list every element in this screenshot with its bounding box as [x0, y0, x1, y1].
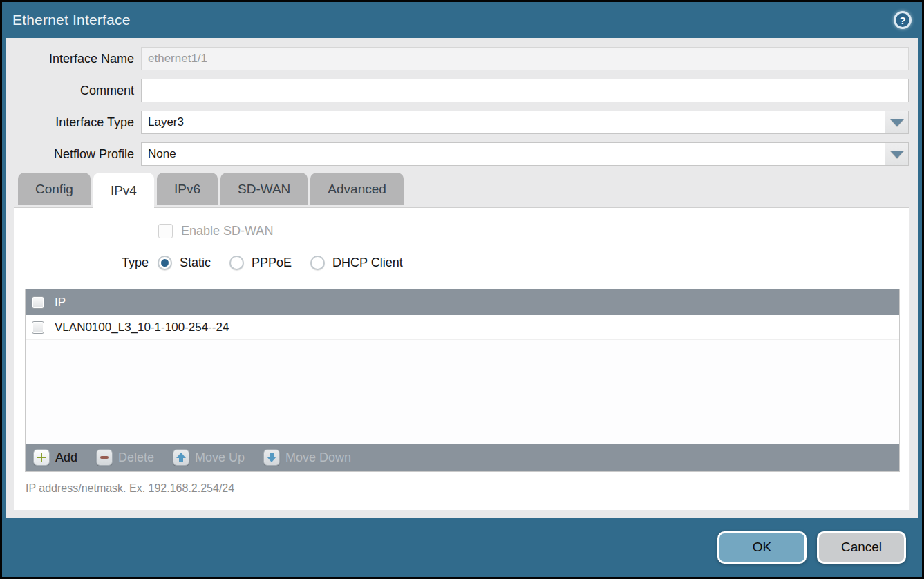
enable-sdwan-label: Enable SD-WAN [181, 224, 273, 238]
type-radio-group: Type Static PPPoE DHCP Client [122, 256, 909, 270]
radio-unselected-icon [310, 256, 325, 270]
radio-label: PPPoE [252, 256, 292, 270]
dialog-footer: OK Cancel [2, 518, 922, 577]
interface-type-value: Layer3 [142, 111, 885, 133]
form-row-netflow-profile: Netflow Profile None [6, 142, 918, 166]
chevron-down-icon [890, 151, 904, 158]
enable-sdwan-row: Enable SD-WAN [158, 208, 909, 238]
ip-table: IP VLAN0100_L3_10-1-100-254--24 Add [25, 289, 900, 472]
radio-label: DHCP Client [332, 256, 403, 270]
move-up-button-label: Move Up [195, 450, 245, 465]
table-row[interactable]: VLAN0100_L3_10-1-100-254--24 [26, 315, 899, 340]
ip-format-hint: IP address/netmask. Ex. 192.168.2.254/24 [26, 482, 909, 495]
ethernet-interface-dialog: Ethernet Interface ? Interface Name Comm… [0, 0, 924, 579]
radio-option-static[interactable]: Static [158, 256, 211, 270]
cancel-button[interactable]: Cancel [817, 531, 906, 564]
tab-sdwan[interactable]: SD-WAN [220, 173, 308, 205]
tab-ipv6[interactable]: IPv6 [157, 173, 218, 205]
netflow-profile-select[interactable]: None [141, 142, 909, 166]
radio-option-pppoe[interactable]: PPPoE [229, 256, 292, 270]
interface-type-dropdown-button[interactable] [885, 111, 908, 133]
netflow-profile-dropdown-button[interactable] [885, 143, 908, 165]
radio-selected-icon [158, 256, 172, 270]
move-down-button[interactable]: Move Down [263, 449, 351, 466]
netflow-profile-value: None [142, 143, 885, 165]
add-button-label: Add [55, 450, 77, 465]
comment-field[interactable] [141, 79, 909, 102]
table-toolbar: Add Delete Move Up Move Down [26, 444, 899, 471]
select-all-checkbox[interactable] [32, 296, 44, 309]
tab-config[interactable]: Config [18, 173, 91, 205]
arrow-up-icon [173, 449, 189, 466]
header-checkbox-cell [26, 290, 50, 315]
arrow-down-icon [263, 449, 280, 466]
delete-button-label: Delete [118, 450, 154, 465]
ip-table-header: IP [26, 290, 899, 315]
radio-option-dhcp-client[interactable]: DHCP Client [310, 256, 403, 270]
form-row-interface-name: Interface Name [6, 47, 918, 70]
dialog-titlebar: Ethernet Interface ? [2, 2, 922, 38]
ip-column-header[interactable]: IP [50, 296, 66, 310]
type-label: Type [122, 256, 149, 270]
comment-label: Comment [6, 84, 141, 98]
dialog-body: Interface Name Comment Interface Type [6, 38, 918, 518]
form-row-interface-type: Interface Type Layer3 [6, 111, 918, 134]
move-down-button-label: Move Down [285, 450, 351, 465]
chevron-down-icon [890, 119, 904, 126]
tab-ipv4[interactable]: IPv4 [93, 173, 154, 208]
ok-button[interactable]: OK [717, 531, 807, 564]
help-icon[interactable]: ? [894, 11, 912, 29]
row-checkbox[interactable] [32, 321, 44, 334]
enable-sdwan-checkbox[interactable] [158, 224, 173, 238]
interface-type-label: Interface Type [6, 115, 141, 130]
form-row-comment: Comment [6, 79, 918, 102]
add-button[interactable]: Add [33, 449, 77, 466]
plus-icon [33, 449, 50, 466]
screen: Ethernet Interface ? Interface Name Comm… [0, 0, 924, 579]
ipv4-panel: Enable SD-WAN Type Static PPPoE DHCP Cli… [14, 207, 909, 510]
table-empty-area [26, 340, 899, 444]
dialog-title: Ethernet Interface [12, 12, 131, 28]
radio-unselected-icon [229, 256, 244, 270]
tab-bar: Config IPv4 IPv6 SD-WAN Advanced [6, 173, 918, 207]
interface-type-select[interactable]: Layer3 [141, 111, 909, 134]
delete-button[interactable]: Delete [96, 449, 154, 466]
ip-cell: VLAN0100_L3_10-1-100-254--24 [50, 321, 229, 334]
interface-name-field [141, 47, 909, 70]
move-up-button[interactable]: Move Up [173, 449, 245, 466]
minus-icon [96, 449, 113, 466]
tab-advanced[interactable]: Advanced [310, 173, 404, 205]
interface-form: Interface Name Comment Interface Type [6, 47, 918, 166]
row-checkbox-cell [26, 315, 50, 339]
radio-label: Static [180, 256, 211, 270]
netflow-profile-label: Netflow Profile [6, 147, 141, 162]
interface-name-label: Interface Name [6, 52, 141, 66]
